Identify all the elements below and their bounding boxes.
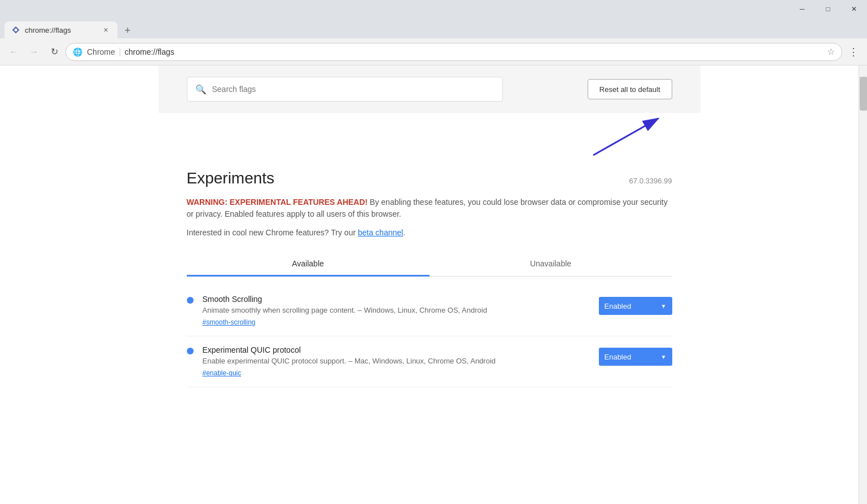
version-number: 67.0.3396.99 [629, 177, 672, 185]
search-area: 🔍 Reset all to default [159, 65, 700, 113]
flag-dot [187, 297, 194, 304]
chrome-menu-button[interactable]: ⋮ [844, 43, 862, 61]
beta-suffix: . [403, 228, 405, 237]
security-icon: 🌐 [73, 47, 82, 56]
flags-page: 🔍 Reset all to default [159, 65, 700, 387]
beta-channel-link[interactable]: beta channel [358, 228, 403, 237]
svg-line-3 [593, 119, 658, 155]
dropdown-arrow-icon: ▼ [661, 354, 667, 360]
search-box[interactable]: 🔍 [187, 77, 503, 102]
tab-close-button[interactable]: ✕ [100, 25, 111, 35]
flag-item: Experimental QUIC protocol Enable experi… [187, 336, 672, 387]
search-icon: 🔍 [195, 84, 207, 95]
address-bar[interactable]: 🌐 Chrome chrome://flags ☆ [65, 43, 842, 61]
maximize-button[interactable]: □ [815, 0, 841, 18]
omnibox-divider [120, 47, 120, 56]
active-tab[interactable]: chrome://flags ✕ [5, 21, 117, 38]
tab-favicon [11, 25, 20, 34]
main-content: Experiments 67.0.3396.99 WARNING: EXPERI… [159, 169, 700, 387]
flag-status-label: Enabled [605, 353, 632, 361]
tab-unavailable[interactable]: Unavailable [430, 252, 672, 277]
tab-available[interactable]: Available [187, 252, 430, 277]
warning-highlight: WARNING: EXPERIMENTAL FEATURES AHEAD! [187, 198, 368, 207]
back-button[interactable]: ← [5, 43, 23, 61]
minimize-button[interactable]: ─ [789, 0, 815, 18]
title-bar: ─ □ ✕ [0, 0, 867, 18]
flag-info: Smooth Scrolling Animate smoothly when s… [203, 295, 590, 327]
flag-info: Experimental QUIC protocol Enable experi… [203, 345, 590, 378]
flag-status-label: Enabled [605, 302, 632, 310]
flag-status-select[interactable]: Enabled ▼ [599, 297, 672, 315]
browser-toolbar: ← → ↻ 🌐 Chrome chrome://flags ☆ ⋮ [0, 38, 867, 65]
flag-name: Smooth Scrolling [203, 295, 590, 304]
dropdown-arrow-icon: ▼ [661, 303, 667, 309]
experiments-title: Experiments [187, 169, 275, 187]
bookmark-star-icon[interactable]: ☆ [827, 46, 835, 57]
flag-hash-link[interactable]: #enable-quic [203, 369, 242, 377]
tab-title: chrome://flags [25, 26, 97, 34]
flag-item: Smooth Scrolling Animate smoothly when s… [187, 286, 672, 336]
browser-body: 🔍 Reset all to default [0, 65, 867, 504]
browser-name: Chrome [87, 47, 115, 56]
omnibox-url: chrome://flags [125, 47, 822, 56]
annotation-arrow [559, 113, 672, 158]
reset-all-button[interactable]: Reset all to default [588, 79, 672, 99]
beta-paragraph: Interested in cool new Chrome features? … [187, 227, 672, 239]
flag-dot [187, 348, 194, 354]
flag-name: Experimental QUIC protocol [203, 345, 590, 354]
svg-point-1 [15, 29, 17, 32]
tab-bar: chrome://flags ✕ + [0, 18, 867, 38]
search-input[interactable] [212, 85, 494, 94]
scrollbar-thumb[interactable] [860, 77, 867, 111]
flag-status-select[interactable]: Enabled ▼ [599, 348, 672, 366]
flags-list: Smooth Scrolling Animate smoothly when s… [187, 286, 672, 387]
flags-tabs: Available Unavailable [187, 252, 672, 277]
window-controls: ─ □ ✕ [789, 0, 867, 18]
arrow-annotation [187, 113, 672, 158]
new-tab-button[interactable]: + [120, 23, 135, 38]
experiments-header: Experiments 67.0.3396.99 [187, 169, 672, 187]
warning-paragraph: WARNING: EXPERIMENTAL FEATURES AHEAD! By… [187, 196, 672, 220]
beta-prompt: Interested in cool new Chrome features? … [187, 228, 358, 237]
scrollbar-track[interactable] [859, 65, 867, 504]
flag-hash-link[interactable]: #smooth-scrolling [203, 318, 256, 326]
forward-button[interactable]: → [25, 43, 43, 61]
reload-button[interactable]: ↻ [45, 43, 63, 61]
close-button[interactable]: ✕ [841, 0, 867, 18]
page-content: 🔍 Reset all to default [0, 65, 859, 504]
flag-description: Animate smoothly when scrolling page con… [203, 306, 590, 314]
flag-description: Enable experimental QUIC protocol suppor… [203, 357, 590, 365]
